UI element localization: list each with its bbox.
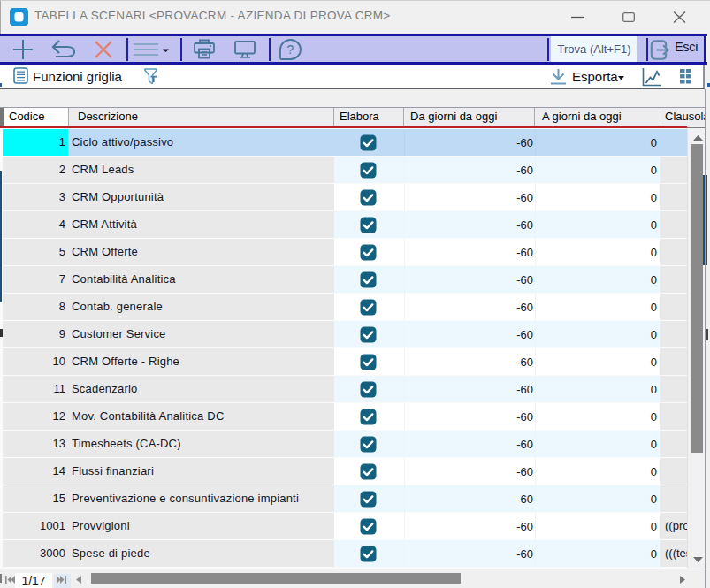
svg-text:?: ?: [287, 42, 294, 57]
